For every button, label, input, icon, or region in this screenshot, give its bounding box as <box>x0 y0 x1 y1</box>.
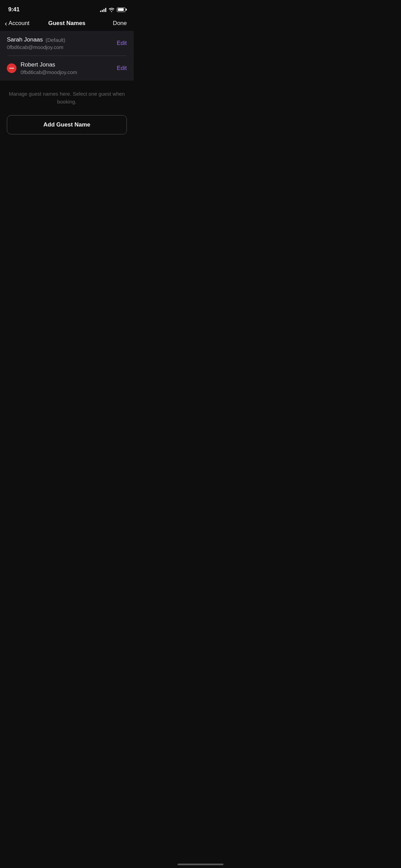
guest-left-1: Sarah Jonaas (Default) 0fbd6cab@moodjoy.… <box>7 36 113 50</box>
status-bar: 9:41 <box>0 0 134 17</box>
guest-info-1: Sarah Jonaas (Default) 0fbd6cab@moodjoy.… <box>7 36 113 50</box>
add-button-section: Add Guest Name <box>0 114 134 141</box>
guest-item-1: Sarah Jonaas (Default) 0fbd6cab@moodjoy.… <box>7 31 127 56</box>
guest-item-2: Robert Jonas 0fbd6cab@moodjoy.com Edit <box>7 56 127 81</box>
guest-list: Sarah Jonaas (Default) 0fbd6cab@moodjoy.… <box>0 31 134 81</box>
guest-default-badge-1: (Default) <box>46 37 65 43</box>
guest-name-row-1: Sarah Jonaas (Default) <box>7 36 113 43</box>
guest-email-1: 0fbd6cab@moodjoy.com <box>7 44 113 50</box>
guest-info-2: Robert Jonas 0fbd6cab@moodjoy.com <box>21 61 113 75</box>
guest-name-row-2: Robert Jonas <box>21 61 113 68</box>
guest-name-1: Sarah Jonaas <box>7 36 43 43</box>
status-icons <box>100 7 125 12</box>
back-button[interactable]: ‹ Account <box>5 20 36 27</box>
guest-edit-button-1[interactable]: Edit <box>113 40 127 47</box>
minus-icon <box>9 68 14 69</box>
page-title: Guest Names <box>48 20 86 27</box>
signal-icon <box>100 7 106 12</box>
guest-edit-button-2[interactable]: Edit <box>113 65 127 72</box>
done-button[interactable]: Done <box>96 20 127 27</box>
battery-icon <box>117 8 125 12</box>
status-time: 9:41 <box>8 6 20 13</box>
back-chevron-icon: ‹ <box>5 20 7 27</box>
info-text: Manage guest names here. Select one gues… <box>8 90 125 106</box>
nav-bar: ‹ Account Guest Names Done <box>0 17 134 31</box>
back-label: Account <box>9 20 29 27</box>
guest-email-2: 0fbd6cab@moodjoy.com <box>21 69 113 75</box>
guest-delete-button-2[interactable] <box>7 63 16 73</box>
add-guest-button[interactable]: Add Guest Name <box>7 115 127 134</box>
guest-name-2: Robert Jonas <box>21 61 55 68</box>
guest-left-2: Robert Jonas 0fbd6cab@moodjoy.com <box>7 61 113 75</box>
wifi-icon <box>109 8 114 12</box>
info-section: Manage guest names here. Select one gues… <box>0 81 134 114</box>
